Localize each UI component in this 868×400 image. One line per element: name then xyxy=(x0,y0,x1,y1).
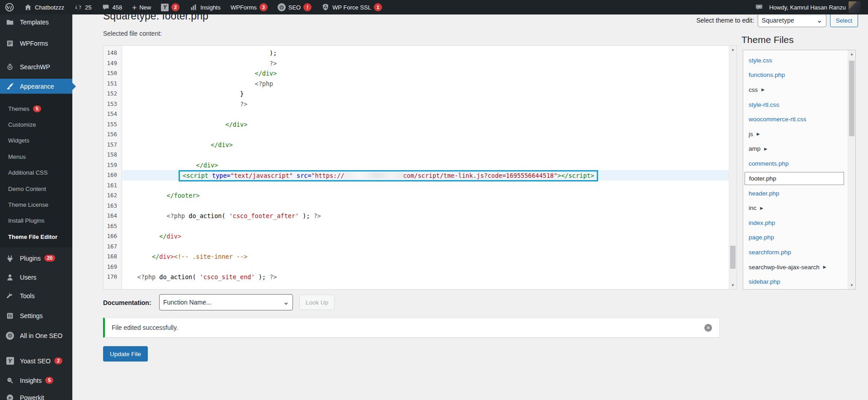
scroll-down-icon[interactable]: ▼ xyxy=(729,281,736,289)
code-line-170[interactable]: <?php do_action( 'csco_site_end' ); ?> xyxy=(123,272,729,282)
documentation-select[interactable]: Function Name... ⌄ xyxy=(159,294,293,310)
code-line-159[interactable]: </div> xyxy=(123,160,729,171)
insights-menu[interactable]: Insights xyxy=(184,0,226,14)
code-line-152[interactable]: } xyxy=(123,89,729,99)
sidebar-item-appearance[interactable]: Appearance xyxy=(0,79,72,94)
sidebar-item-wpforms[interactable]: WPForms xyxy=(0,36,72,51)
comments-menu[interactable]: 458 xyxy=(97,0,127,14)
wpforms-menu[interactable]: WPForms 3 xyxy=(226,0,273,14)
theme-file-header-php[interactable]: header.php xyxy=(743,186,848,201)
theme-file-searchform-php[interactable]: searchform.php xyxy=(743,245,848,260)
svg-text:P: P xyxy=(9,395,12,400)
code-line-154[interactable] xyxy=(123,109,729,119)
code-line-149[interactable]: ?> xyxy=(123,58,729,69)
updates-menu[interactable]: 25 xyxy=(69,0,96,14)
code-line-162[interactable]: </footer> xyxy=(123,190,729,201)
theme-files-scrollbar-thumb[interactable] xyxy=(849,61,854,136)
code-line-161[interactable] xyxy=(123,181,729,191)
submenu-item-customize[interactable]: Customize xyxy=(8,120,36,129)
code-line-148[interactable]: ); xyxy=(123,48,729,58)
theme-folder-amp[interactable]: amp▶ xyxy=(743,142,848,157)
sidebar-item-powerkit[interactable]: PPowerkit xyxy=(0,390,72,400)
sidebar-item-templates[interactable]: Templates xyxy=(0,14,72,29)
sidebar-item-yoast-seo[interactable]: YYoast SEO2 xyxy=(0,353,72,368)
theme-file-footer-php[interactable]: footer.php xyxy=(745,172,844,185)
theme-file-style-css[interactable]: style.css xyxy=(743,53,848,68)
code-line-150[interactable]: </div> xyxy=(123,68,729,79)
plus-icon: + xyxy=(132,4,137,11)
theme-folder-css[interactable]: css▶ xyxy=(743,82,848,97)
wp-logo-menu[interactable] xyxy=(0,0,19,14)
sidebar-item-users[interactable]: Users xyxy=(0,270,72,285)
new-content-menu[interactable]: + New xyxy=(127,0,156,14)
select-theme-button[interactable]: Select xyxy=(830,14,858,27)
submenu-item-demo-content[interactable]: Demo Content xyxy=(8,184,46,193)
line-number: 154 xyxy=(104,109,122,119)
code-line-155[interactable]: </div> xyxy=(123,119,729,130)
theme-file-sidebar-php[interactable]: sidebar.php xyxy=(743,274,848,289)
submenu-item-theme-license[interactable]: Theme License xyxy=(8,200,48,209)
submenu-item-menus[interactable]: Menus xyxy=(8,152,26,161)
submenu-item-theme-file-editor[interactable]: Theme File Editor xyxy=(8,232,57,241)
code-line-151[interactable]: <?php xyxy=(123,79,729,89)
submenu-item-widgets[interactable]: Widgets xyxy=(8,136,29,145)
code-line-160[interactable]: <script type="text/javascript" src="http… xyxy=(123,170,729,181)
code-line-163[interactable] xyxy=(123,201,729,211)
sidebar-item-searchwp[interactable]: SearchWP xyxy=(0,59,72,74)
update-file-button[interactable]: Update File xyxy=(103,346,148,362)
dismiss-notice-icon[interactable]: ✕ xyxy=(704,324,712,332)
code-line-157[interactable]: </div> xyxy=(123,140,729,150)
submenu-item-additional-css[interactable]: Additional CSS xyxy=(8,168,47,177)
theme-file-index-php[interactable]: index.php xyxy=(743,215,848,230)
editor-code-area[interactable]: ); ?> </div> <?php } ?> xyxy=(123,46,729,289)
comments-count: 458 xyxy=(113,4,123,11)
submenu-item-themes[interactable]: Themes5 xyxy=(8,104,41,113)
theme-folder-inc[interactable]: inc▶ xyxy=(743,200,848,215)
theme-file-woocommerce-rtl-css[interactable]: woocommerce-rtl.css xyxy=(743,112,848,127)
theme-file-page-php[interactable]: page.php xyxy=(743,230,848,245)
theme-file-comments-php[interactable]: comments.php xyxy=(743,156,848,171)
scroll-up-icon[interactable]: ▲ xyxy=(729,46,736,53)
editor-scrollbar[interactable]: ▲ ▼ xyxy=(729,46,736,289)
wp-force-ssl-menu[interactable]: WP Force SSL 1 xyxy=(316,0,387,14)
yoast-menu[interactable]: Y 2 xyxy=(156,0,184,14)
code-token: </div> xyxy=(123,141,233,148)
code-token: ?> xyxy=(123,100,247,108)
theme-select[interactable]: Squaretype ⌄ xyxy=(758,14,826,27)
sidebar-item-settings[interactable]: Settings xyxy=(0,308,72,323)
code-token: "text/javascript" xyxy=(231,172,293,179)
code-line-169[interactable] xyxy=(123,262,729,272)
submenu-item-install-plugins[interactable]: Install Plugins xyxy=(8,216,44,225)
code-line-156[interactable] xyxy=(123,129,729,140)
code-editor[interactable]: 1481491501511521531541551561571581591601… xyxy=(103,45,737,290)
seo-menu[interactable]: ⚙ SEO ! xyxy=(273,0,316,14)
scroll-down-icon[interactable]: ▼ xyxy=(848,281,855,289)
code-line-167[interactable] xyxy=(123,242,729,252)
sidebar-item-plugins[interactable]: Plugins20 xyxy=(0,251,72,266)
code-line-158[interactable] xyxy=(123,150,729,160)
code-line-166[interactable]: </div> xyxy=(123,231,729,242)
theme-select-label: Select theme to edit: xyxy=(696,17,754,24)
code-line-168[interactable]: </div><!-- .site-inner --> xyxy=(123,252,729,262)
theme-file-style-rtl-css[interactable]: style-rtl.css xyxy=(743,97,848,112)
sidebar-item-aioseo[interactable]: ⚙All in One SEO xyxy=(0,328,72,343)
my-account-menu[interactable]: Howdy, Kamrul Hasan Ranzu xyxy=(768,0,862,14)
editor-scrollbar-thumb[interactable] xyxy=(730,246,736,269)
code-line-153[interactable]: ?> xyxy=(123,99,729,110)
theme-folder-js[interactable]: js▶ xyxy=(743,127,848,142)
insights-label: Insights xyxy=(200,4,221,11)
lookup-button[interactable]: Look Up xyxy=(299,295,335,310)
feedback-bubble-icon[interactable] xyxy=(755,3,764,11)
scroll-up-icon[interactable]: ▲ xyxy=(848,50,855,58)
sidebar-item-insights[interactable]: Insights5 xyxy=(0,373,72,388)
theme-folder-searchwp-live-ajax-search[interactable]: searchwp-live-ajax-search▶ xyxy=(743,260,848,275)
site-menu[interactable]: Chatbotzzz xyxy=(19,0,69,14)
code-line-165[interactable] xyxy=(123,221,729,232)
theme-file-functions-php[interactable]: functions.php xyxy=(743,68,848,83)
line-number: 170 xyxy=(104,272,122,282)
theme-files-scrollbar[interactable]: ▲ ▼ xyxy=(848,50,855,289)
code-token: com/script/tme-link.js?code=169555664451… xyxy=(403,172,557,179)
code-line-164[interactable]: <?php do_action( 'csco_footer_after' ); … xyxy=(123,211,729,221)
file-label: style.css xyxy=(749,57,772,64)
sidebar-item-tools[interactable]: Tools xyxy=(0,288,72,303)
